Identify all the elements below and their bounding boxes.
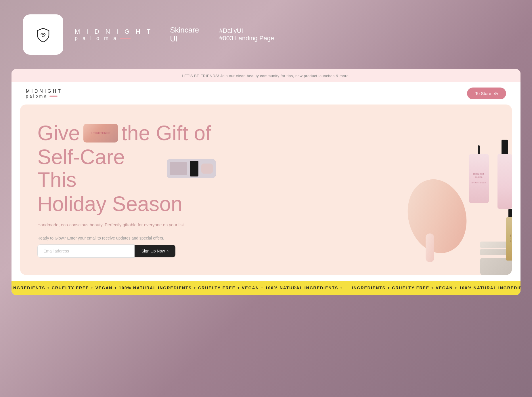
- meta-category-line2: UI: [170, 35, 199, 43]
- gua-sha-tool: [403, 176, 483, 269]
- roller-body: FACE OIL: [506, 217, 512, 261]
- hero-form: Sign Up Now ›: [37, 244, 175, 258]
- signup-button[interactable]: Sign Up Now ›: [135, 245, 175, 257]
- hero-line3: Holiday Season: [37, 193, 216, 215]
- hero-line1: Give BRIGHTENER the Gift of: [37, 122, 216, 145]
- svg-rect-3: [190, 161, 198, 176]
- headline-holiday: Holiday Season: [37, 193, 182, 215]
- product-tools-thumb: [167, 159, 216, 178]
- product-arrangement: MIDNIGHTpalomaBRIGHTENER: [414, 140, 512, 275]
- marquee-text: INGREDIENTS + CRUELTY FREE + VEGAN + 100…: [12, 286, 343, 290]
- bottle-pump: [478, 145, 480, 154]
- nav-paloma-row: paloma: [26, 94, 62, 98]
- store-icon: 🛍: [494, 91, 498, 96]
- meta-brand-bar: [120, 38, 131, 39]
- headline-self-care: Self-Care This: [37, 146, 163, 191]
- nav-brand-midnight: MIDNIGHT: [26, 89, 62, 94]
- shield-icon: [35, 26, 52, 43]
- hero-line2: Self-Care This: [37, 146, 216, 191]
- hero-headline: Give BRIGHTENER the Gift of Self-Care Th…: [37, 122, 216, 215]
- hero-inline-product-image-1: BRIGHTENER: [83, 124, 118, 143]
- meta-category: Skincare UI: [170, 26, 199, 43]
- announcement-text: LET'S BE FRIENDS! Join our clean beauty …: [182, 74, 350, 78]
- roller-label: FACE OIL: [510, 234, 511, 244]
- second-bottle: [497, 140, 512, 209]
- meta-tag2: #003 Landing Page: [219, 35, 274, 42]
- bottle-2-body: [497, 154, 512, 209]
- signup-arrow-icon: ›: [167, 249, 169, 253]
- signup-button-label: Sign Up Now: [141, 249, 165, 253]
- hero-product-images: MIDNIGHTpalomaBRIGHTENER: [414, 140, 512, 275]
- marquee-content: INGREDIENTS + CRUELTY FREE + VEGAN + 100…: [12, 285, 520, 290]
- hero-cta-label: Ready to Glow? Enter your email to recei…: [37, 236, 216, 240]
- product-brightener-thumb: BRIGHTENER: [83, 124, 118, 143]
- store-button[interactable]: To Store 🛍: [467, 88, 506, 99]
- meta-paloma-label: p a l o m a: [75, 35, 118, 41]
- meta-brand-text: M I D N I G H T p a l o m a: [75, 28, 153, 41]
- hero-inline-product-image-2: [167, 159, 216, 178]
- announcement-bar: LET'S BE FRIENDS! Join our clean beauty …: [12, 69, 520, 82]
- svg-rect-2: [170, 162, 187, 175]
- meta-midnight-label: M I D N I G H T: [75, 28, 153, 35]
- meta-category-line1: Skincare: [170, 26, 199, 35]
- face-oil-roller: FACE OIL: [506, 209, 512, 261]
- nav-brand-paloma: paloma: [26, 94, 48, 98]
- svg-rect-4: [201, 164, 213, 174]
- landing-card: LET'S BE FRIENDS! Join our clean beauty …: [12, 69, 520, 295]
- headline-the-gift-of: the Gift of: [121, 122, 211, 145]
- stone-2: [480, 249, 509, 255]
- bottle-2-cap: [502, 140, 508, 154]
- store-button-label: To Store: [475, 91, 491, 96]
- hero-subtitle: Handmade, eco-conscious beauty. Perfectl…: [37, 222, 216, 227]
- marquee-bar: INGREDIENTS + CRUELTY FREE + VEGAN + 100…: [12, 281, 520, 295]
- meta-paloma-row: p a l o m a: [75, 35, 153, 41]
- hero-section: Give BRIGHTENER the Gift of Self-Care Th…: [20, 105, 512, 275]
- svg-rect-6: [426, 233, 434, 262]
- nav-logo: MIDNIGHT paloma: [26, 89, 62, 98]
- meta-logo-box: [23, 14, 63, 55]
- hero-content: Give BRIGHTENER the Gift of Self-Care Th…: [37, 122, 216, 258]
- svg-point-0: [42, 35, 44, 37]
- marquee-text-repeat: INGREDIENTS + CRUELTY FREE + VEGAN + 100…: [352, 286, 520, 290]
- email-input[interactable]: [37, 244, 135, 258]
- nav-brand-bar: [49, 96, 58, 97]
- headline-give: Give: [37, 122, 80, 145]
- meta-tag1: #DailyUI: [219, 27, 274, 35]
- svg-point-5: [403, 176, 474, 260]
- navbar: MIDNIGHT paloma To Store 🛍: [12, 82, 520, 105]
- meta-tags: #DailyUI #003 Landing Page: [219, 27, 274, 42]
- roller-cap: [508, 209, 512, 217]
- meta-header: M I D N I G H T p a l o m a Skincare UI …: [0, 0, 532, 69]
